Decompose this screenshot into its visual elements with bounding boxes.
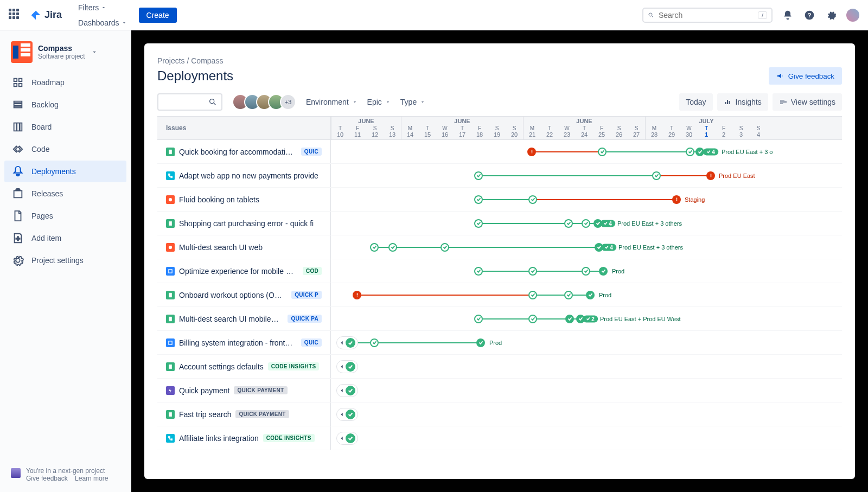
deploy-marker-fail[interactable] — [706, 171, 715, 180]
day-cell[interactable]: M28 — [646, 125, 663, 138]
day-cell[interactable]: F2 — [715, 125, 732, 138]
issue-row[interactable]: Affiliate links integrationCODE INSIGHTS — [157, 426, 842, 450]
issue-cell[interactable]: Adapt web app no new payments provide — [157, 164, 331, 187]
day-cell[interactable]: T22 — [541, 125, 558, 138]
sidebar-item-pages[interactable]: Pages — [4, 205, 126, 227]
issue-cell[interactable]: Billing system integration - frontendQUI… — [157, 331, 331, 354]
project-header[interactable]: Compass Software project — [4, 41, 126, 72]
notifications-icon[interactable] — [781, 9, 794, 22]
collapse-chip[interactable] — [336, 360, 358, 373]
breadcrumb-compass[interactable]: Compass — [191, 56, 223, 65]
issue-row[interactable]: Quick paymentQUICK PAYMENT — [157, 379, 842, 402]
deploy-marker-ok[interactable] — [528, 291, 537, 299]
assignee-avatars[interactable]: +3 — [232, 94, 296, 110]
footer-feedback-link[interactable]: Give feedback — [26, 475, 68, 482]
day-cell[interactable]: T15 — [419, 125, 436, 138]
issue-cell[interactable]: Fluid booking on tablets — [157, 188, 331, 211]
issue-cell[interactable]: Shopping cart purchasing error - quick f… — [157, 212, 331, 235]
deploy-marker-okfill[interactable] — [586, 291, 595, 299]
deploy-count-badge[interactable]: 4 — [600, 220, 615, 227]
deploy-marker-fail[interactable] — [527, 148, 536, 156]
day-cell[interactable]: F11 — [349, 125, 366, 138]
day-cell[interactable]: M14 — [401, 125, 419, 138]
insights-button[interactable]: Insights — [717, 93, 768, 111]
issue-cell[interactable]: Optimize experience for mobile webCOD — [157, 259, 331, 283]
day-cell[interactable]: F25 — [593, 125, 610, 138]
day-cell[interactable]: S3 — [732, 125, 750, 138]
issue-cell[interactable]: Quick booking for accommodationsQUIC — [157, 140, 331, 163]
day-cell[interactable]: T1 — [698, 125, 715, 138]
day-cell[interactable]: S4 — [750, 125, 767, 138]
day-cell[interactable]: W30 — [680, 125, 698, 138]
issue-row[interactable]: Onboard workout options (OWO)QUICK PProd — [157, 283, 842, 307]
day-cell[interactable]: T24 — [576, 125, 593, 138]
issue-cell[interactable]: Fast trip searchQUICK PAYMENT — [157, 402, 331, 426]
deploy-marker-ok[interactable] — [686, 148, 694, 156]
issue-row[interactable]: Fluid booking on tabletsStaging — [157, 188, 842, 212]
sidebar-item-code[interactable]: Code — [4, 138, 126, 160]
epic-filter[interactable]: Epic — [367, 98, 391, 106]
search-input[interactable] — [659, 11, 754, 20]
deploy-marker-ok[interactable] — [474, 195, 483, 204]
sidebar-item-add-item[interactable]: Add item — [4, 227, 126, 249]
day-cell[interactable]: S19 — [488, 125, 506, 138]
collapse-chip[interactable] — [336, 384, 358, 397]
sidebar-item-backlog[interactable]: Backlog — [4, 94, 126, 116]
sidebar-item-deployments[interactable]: Deployments — [4, 161, 126, 182]
environment-filter[interactable]: Environment — [306, 98, 358, 106]
deploy-marker-ok[interactable] — [564, 291, 573, 299]
issue-cell[interactable]: Quick paymentQUICK PAYMENT — [157, 379, 331, 402]
day-cell[interactable]: S13 — [384, 125, 401, 138]
create-button[interactable]: Create — [139, 8, 177, 23]
global-search[interactable]: / — [642, 8, 773, 23]
collapse-chip[interactable] — [336, 336, 358, 349]
app-switcher-icon[interactable] — [9, 9, 22, 22]
collapse-chip[interactable] — [336, 408, 358, 421]
day-cell[interactable]: W16 — [436, 125, 454, 138]
deploy-marker-okfill[interactable] — [565, 315, 574, 323]
day-cell[interactable]: T10 — [331, 125, 349, 138]
issue-cell[interactable]: Multi-dest search UI web — [157, 235, 331, 259]
issue-cell[interactable]: Account settings defaultsCODE INSIGHTS — [157, 355, 331, 378]
day-cell[interactable]: S27 — [628, 125, 645, 138]
today-button[interactable]: Today — [679, 93, 712, 111]
help-icon[interactable]: ? — [803, 9, 816, 22]
avatar-overflow[interactable]: +3 — [280, 94, 296, 110]
issue-cell[interactable]: Multi-dest search UI mobilewebQUICK PA — [157, 307, 331, 330]
day-cell[interactable]: F18 — [471, 125, 488, 138]
issue-row[interactable]: Multi-dest search UI mobilewebQUICK PA2P… — [157, 307, 842, 331]
nav-dashboards[interactable]: Dashboards — [73, 15, 132, 30]
footer-learn-link[interactable]: Learn more — [75, 475, 108, 482]
issue-row[interactable]: Billing system integration - frontendQUI… — [157, 331, 842, 355]
deploy-marker-ok[interactable] — [652, 171, 661, 180]
sidebar-item-roadmap[interactable]: Roadmap — [4, 72, 126, 93]
jira-logo[interactable]: Jira — [30, 9, 62, 21]
issue-row[interactable]: Fast trip searchQUICK PAYMENT — [157, 402, 842, 426]
deploy-marker-ok[interactable] — [474, 315, 483, 323]
deploy-marker-ok[interactable] — [598, 148, 607, 156]
deploy-marker-ok[interactable] — [370, 243, 379, 252]
collapse-chip[interactable] — [336, 432, 358, 445]
deploy-marker-ok[interactable] — [388, 243, 397, 252]
day-cell[interactable]: T17 — [454, 125, 471, 138]
issue-cell[interactable]: Affiliate links integrationCODE INSIGHTS — [157, 426, 331, 450]
issue-row[interactable]: Adapt web app no new payments providePro… — [157, 164, 842, 188]
deploy-marker-ok[interactable] — [528, 315, 537, 323]
issue-cell[interactable]: Onboard workout options (OWO)QUICK P — [157, 283, 331, 306]
day-cell[interactable]: W23 — [558, 125, 576, 138]
issue-row[interactable]: Quick booking for accommodationsQUIC4Pro… — [157, 140, 842, 164]
deploy-marker-ok[interactable] — [528, 267, 537, 276]
timeline-body[interactable]: Quick booking for accommodationsQUIC4Pro… — [157, 140, 842, 479]
deploy-count-badge[interactable]: 4 — [703, 148, 718, 155]
deploy-count-badge[interactable]: 4 — [601, 244, 616, 251]
deploy-marker-okfill[interactable] — [599, 267, 608, 276]
user-avatar[interactable] — [846, 9, 859, 22]
day-cell[interactable]: M21 — [524, 125, 541, 138]
issue-row[interactable]: Optimize experience for mobile webCODPro… — [157, 259, 842, 283]
issue-search-field[interactable] — [157, 93, 222, 111]
sidebar-item-project-settings[interactable]: Project settings — [4, 250, 126, 271]
deploy-marker-ok[interactable] — [582, 267, 590, 276]
day-cell[interactable]: T29 — [663, 125, 680, 138]
deploy-marker-ok[interactable] — [441, 243, 449, 252]
deploy-marker-ok[interactable] — [582, 219, 590, 228]
